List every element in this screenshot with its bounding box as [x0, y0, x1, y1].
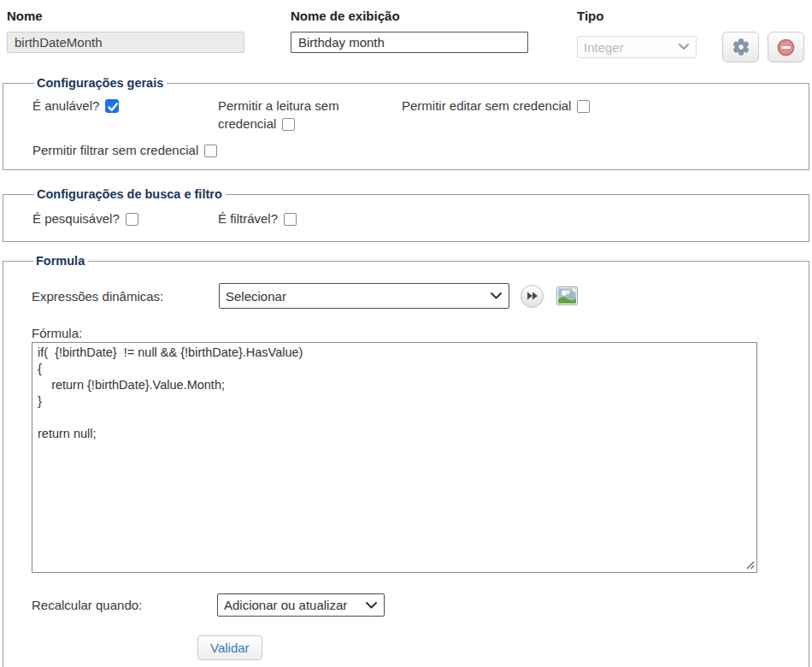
type-label: Tipo [577, 9, 804, 23]
dynamic-expressions-label: Expressões dinâmicas: [32, 289, 219, 304]
filterable-label: É filtrável? [218, 211, 278, 226]
remove-button[interactable] [768, 32, 804, 62]
search-filter-legend: Configurações de busca e filtro [34, 187, 226, 201]
general-settings-legend: Configurações gerais [34, 76, 167, 90]
allow-read-label: Permitir a leitura sem credencial [218, 98, 339, 131]
validate-button[interactable]: Validar [197, 635, 262, 660]
nullable-label: É anulável? [32, 98, 99, 113]
searchable-checkbox-item: É pesquisável? [32, 210, 218, 227]
type-select-wrap: Integer [577, 36, 697, 58]
apply-expression-button[interactable] [521, 285, 544, 308]
fast-forward-icon [526, 291, 539, 301]
allow-filter-checkbox[interactable] [204, 145, 217, 157]
allow-read-checkbox[interactable] [282, 118, 295, 131]
recalculate-when-select[interactable]: Adicionar ou atualizar [217, 593, 385, 617]
gear-icon [732, 38, 750, 56]
searchable-checkbox[interactable] [126, 213, 138, 226]
allow-edit-checkbox-item: Permitir editar sem credencial [402, 97, 591, 133]
name-input[interactable] [7, 32, 244, 53]
image-icon [556, 286, 578, 305]
resize-handle-icon[interactable] [744, 559, 756, 570]
checkmark-icon [106, 101, 120, 113]
display-name-field-group: Nome de exibição [291, 7, 528, 53]
allow-read-checkbox-item: Permitir a leitura sem credencial [218, 97, 355, 133]
search-filter-fieldset: Configurações de busca e filtro É pesqui… [3, 187, 809, 242]
display-name-label: Nome de exibição [291, 9, 528, 23]
allow-edit-checkbox[interactable] [577, 100, 590, 113]
remove-icon [776, 38, 796, 57]
header-row: Nome Nome de exibição Tipo Integer [0, 0, 812, 62]
formula-label: Fórmula: [32, 326, 800, 340]
nullable-checkbox[interactable] [105, 99, 119, 113]
type-select[interactable]: Integer [577, 36, 697, 58]
formula-code-textarea[interactable]: if( {!birthDate} != null && {!birthDate}… [32, 342, 757, 573]
allow-filter-label: Permitir filtrar sem credencial [32, 143, 198, 157]
formula-legend: Formula [33, 254, 88, 268]
display-name-input[interactable] [291, 32, 528, 53]
type-field-group: Tipo Integer [577, 7, 804, 62]
filterable-checkbox-item: É filtrável? [218, 210, 297, 227]
dynamic-expressions-select-wrap: Selecionar [219, 283, 509, 309]
filterable-checkbox[interactable] [284, 213, 297, 226]
recalculate-when-select-wrap: Adicionar ou atualizar [217, 593, 385, 617]
searchable-label: É pesquisável? [32, 211, 120, 226]
dynamic-expressions-select[interactable]: Selecionar [219, 283, 509, 309]
name-field-group: Nome [7, 7, 244, 53]
allow-edit-label: Permitir editar sem credencial [402, 98, 571, 113]
general-settings-fieldset: Configurações gerais É anulável? Permiti… [3, 76, 809, 170]
recalculate-when-label: Recalcular quando: [32, 598, 217, 612]
settings-button[interactable] [722, 32, 759, 62]
nullable-checkbox-item: É anulável? [32, 97, 218, 133]
insert-image-button[interactable] [556, 286, 578, 305]
allow-filter-checkbox-item: Permitir filtrar sem credencial [32, 141, 222, 159]
name-label: Nome [7, 9, 244, 23]
formula-fieldset: Formula Expressões dinâmicas: Selecionar [3, 254, 809, 667]
